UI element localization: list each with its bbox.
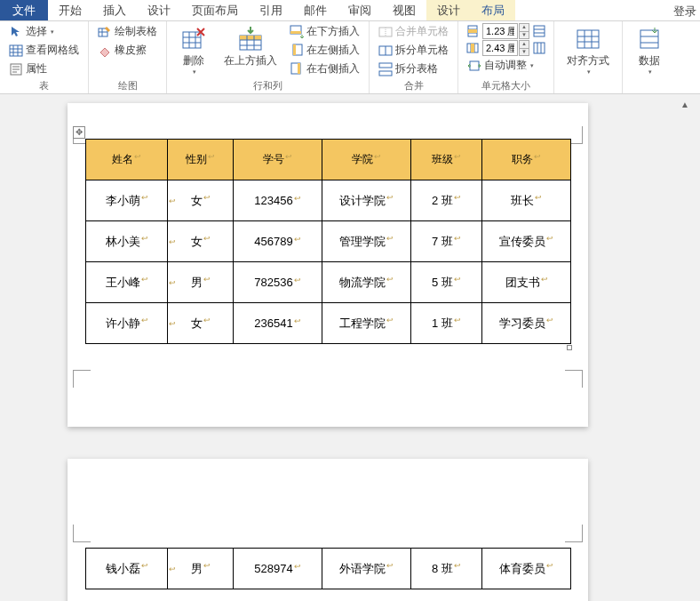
- table-row[interactable]: 王小峰↩↩男↩782536↩物流学院↩5 班↩团支书↩: [86, 262, 571, 303]
- table-header-row[interactable]: 姓名↩↩ 性别↩ 学号↩ 学院↩ 班级↩ 职务↩: [86, 140, 571, 180]
- tab-mailings[interactable]: 邮件: [293, 0, 338, 20]
- tab-view[interactable]: 视图: [382, 0, 426, 20]
- delete-table-icon: [179, 25, 208, 53]
- insert-left-button[interactable]: 在左侧插入: [288, 42, 362, 59]
- svg-rect-17: [468, 29, 477, 33]
- eraser-icon: [98, 44, 112, 58]
- table-cell: 李小萌↩↩: [86, 180, 168, 221]
- table-cell: 男↩: [168, 262, 234, 303]
- group-title-data: [630, 80, 669, 93]
- table-cell: 团支书↩: [482, 262, 571, 303]
- document-table[interactable]: 姓名↩↩ 性别↩ 学号↩ 学院↩ 班级↩ 职务↩ 李小萌↩↩女↩123456↩设…: [85, 139, 571, 344]
- alignment-button[interactable]: 对齐方式: [561, 23, 615, 77]
- svg-rect-18: [534, 26, 545, 36]
- spinner-up[interactable]: ▲: [519, 40, 529, 48]
- table-cell: 7 班↩: [411, 221, 482, 262]
- spinner-down[interactable]: ▼: [519, 48, 529, 56]
- tab-review[interactable]: 审阅: [338, 0, 382, 20]
- header-gender: 性别↩: [168, 140, 234, 180]
- group-title-draw: 绘图: [96, 77, 159, 93]
- merge-cells-button[interactable]: 合并单元格: [377, 23, 450, 40]
- page-1[interactable]: ✥ 姓名↩↩ 性别↩ 学号↩ 学院↩ 班级↩ 职务↩ 李小萌↩↩女↩123456…: [68, 103, 588, 427]
- col-width-icon: [465, 41, 480, 55]
- eraser-button[interactable]: 橡皮擦: [96, 42, 159, 59]
- properties-icon: [9, 62, 23, 76]
- group-title-merge: 合并: [377, 77, 450, 93]
- delete-button[interactable]: 删除: [174, 23, 213, 77]
- login-link[interactable]: 登录: [673, 4, 696, 20]
- col-width-input[interactable]: ▲▼: [482, 40, 529, 56]
- distribute-rows-icon[interactable]: [532, 24, 546, 38]
- table-cell: 学习委员↩: [482, 303, 571, 344]
- insert-below-button[interactable]: 在下方插入: [288, 23, 362, 40]
- ribbon: 选择 查看网格线 属性 表 绘制表格 橡皮擦 绘图 删除 在上方插入 在下方插入…: [0, 21, 700, 94]
- table-cell: 女↩: [168, 221, 234, 262]
- svg-rect-23: [577, 30, 599, 48]
- group-merge: 合并单元格 拆分单元格 拆分表格 合并: [370, 21, 458, 93]
- table-cell: 体育委员↩: [482, 549, 571, 589]
- insert-right-button[interactable]: 在右侧插入: [288, 60, 362, 77]
- tab-home[interactable]: 开始: [48, 0, 92, 20]
- tab-file[interactable]: 文件: [0, 0, 48, 20]
- scroll-up-icon[interactable]: ▲: [680, 100, 689, 109]
- group-table: 选择 查看网格线 属性 表: [0, 21, 89, 93]
- tab-table-design[interactable]: 设计: [426, 0, 471, 20]
- group-title-cellsize: 单元格大小: [465, 77, 546, 93]
- table-resize-handle[interactable]: [567, 345, 572, 350]
- header-class: 班级↩: [411, 140, 482, 180]
- table-row[interactable]: 李小萌↩↩女↩123456↩设计学院↩2 班↩班长↩: [86, 180, 571, 221]
- table-cell: 宣传委员↩: [482, 221, 571, 262]
- table-cell: 许小静↩↩: [86, 303, 168, 344]
- table-cell: 男↩: [168, 549, 234, 589]
- data-icon: [635, 25, 664, 53]
- group-cell-size: ▲▼ ▲▼ 自动调整 单元格大小: [458, 21, 554, 93]
- cursor-icon: [9, 25, 23, 39]
- select-button[interactable]: 选择: [7, 23, 81, 40]
- table-cell: 王小峰↩↩: [86, 262, 168, 303]
- table-cell: 外语学院↩: [322, 549, 411, 589]
- table-move-handle[interactable]: ✥: [73, 126, 85, 139]
- tab-pagelayout[interactable]: 页面布局: [181, 0, 249, 20]
- table-cell: 456789↩: [234, 221, 322, 262]
- data-button[interactable]: 数据: [630, 23, 669, 77]
- menu-tabs: 文件 开始 插入 设计 页面布局 引用 邮件 审阅 视图 设计 布局: [0, 0, 700, 21]
- align-grid-icon: [574, 25, 602, 53]
- table-cell: 工程学院↩: [322, 303, 411, 344]
- properties-button[interactable]: 属性: [7, 60, 81, 77]
- table-cell: 班长↩: [482, 180, 571, 221]
- split-cells-button[interactable]: 拆分单元格: [377, 42, 450, 59]
- split-table-button[interactable]: 拆分表格: [377, 60, 450, 77]
- table-cell: 女↩: [168, 303, 234, 344]
- spinner-down[interactable]: ▼: [519, 31, 529, 39]
- insert-above-icon: [236, 25, 265, 53]
- group-rows-cols: 删除 在上方插入 在下方插入 在左侧插入 在右侧插入 行和列: [167, 21, 370, 93]
- tab-insert[interactable]: 插入: [92, 0, 137, 20]
- insert-above-button[interactable]: 在上方插入: [219, 23, 282, 70]
- table-cell: 林小美↩↩: [86, 221, 168, 262]
- autofit-button[interactable]: 自动调整: [465, 57, 546, 74]
- distribute-cols-icon[interactable]: [532, 41, 546, 55]
- table-cell: 女↩: [168, 180, 234, 221]
- draw-table-button[interactable]: 绘制表格: [96, 23, 159, 40]
- grid-icon: [9, 44, 23, 58]
- pencil-table-icon: [98, 25, 112, 39]
- row-height-input[interactable]: ▲▼: [482, 23, 529, 39]
- svg-rect-11: [298, 63, 300, 74]
- table-row[interactable]: 林小美↩↩女↩456789↩管理学院↩7 班↩宣传委员↩: [86, 221, 571, 262]
- tab-table-layout[interactable]: 布局: [471, 0, 515, 20]
- view-gridlines-button[interactable]: 查看网格线: [7, 42, 81, 59]
- page-2[interactable]: 钱小磊↩↩男↩528974↩外语学院↩8 班↩体育委员↩: [68, 459, 588, 601]
- spinner-up[interactable]: ▲: [519, 23, 529, 31]
- document-area[interactable]: ▲ ✥ 姓名↩↩ 性别↩ 学号↩ 学院↩ 班级↩ 职务↩ 李小萌↩↩女↩1234…: [0, 94, 700, 601]
- tab-design[interactable]: 设计: [137, 0, 181, 20]
- tab-references[interactable]: 引用: [249, 0, 293, 20]
- svg-rect-5: [240, 36, 261, 40]
- document-table-2[interactable]: 钱小磊↩↩男↩528974↩外语学院↩8 班↩体育委员↩: [85, 548, 571, 589]
- svg-rect-24: [640, 30, 658, 48]
- table-row[interactable]: 许小静↩↩女↩236541↩工程学院↩1 班↩学习委员↩: [86, 303, 571, 344]
- table-cell: 5 班↩: [411, 262, 482, 303]
- table-cell: 8 班↩: [411, 549, 482, 589]
- table-row[interactable]: 钱小磊↩↩男↩528974↩外语学院↩8 班↩体育委员↩: [86, 549, 571, 589]
- merge-icon: [378, 25, 393, 39]
- svg-rect-21: [534, 43, 545, 53]
